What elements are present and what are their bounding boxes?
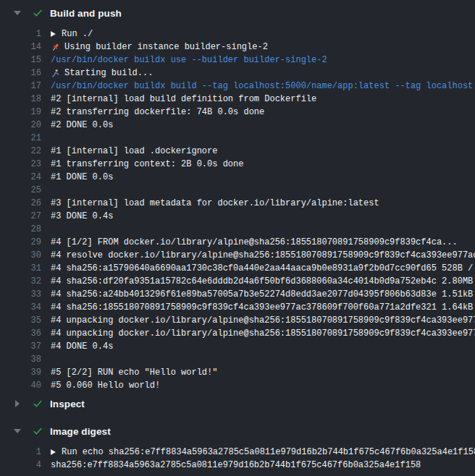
log-line: 14Using builder instance builder-single-… [0, 41, 475, 54]
log-text: #3 [internal] load metadata for docker.i… [51, 197, 379, 210]
log-text: #4 sha256:df20fa9351a15782c64e6dddb2d4a6… [51, 275, 475, 288]
log-text: #4 [1/2] FROM docker.io/library/alpine@s… [51, 236, 458, 249]
log-text: /usr/bin/docker buildx use --builder bui… [51, 54, 327, 67]
log-line: 17/usr/bin/docker buildx build --tag loc… [0, 80, 475, 93]
line-number[interactable]: 30 [0, 249, 41, 262]
line-number[interactable]: 17 [0, 80, 41, 93]
line-number[interactable]: 1 [0, 27, 41, 41]
chevron-down-icon[interactable] [13, 11, 21, 15]
check-icon [32, 398, 43, 409]
run-group-toggle-icon[interactable] [51, 449, 56, 455]
line-number[interactable]: 29 [0, 236, 41, 249]
log-text: #2 [internal] load build definition from… [51, 93, 316, 106]
log-line: 21 [0, 132, 475, 145]
log-text: #1 transferring context: 2B 0.0s done [51, 158, 243, 171]
log-line: 23#1 transferring context: 2B 0.0s done [0, 158, 475, 171]
caret-shape [15, 400, 20, 407]
run-command-text: Run ./ [51, 27, 93, 41]
chevron-right-icon[interactable] [13, 400, 21, 407]
log-line: 22#1 [internal] load .dockerignore [0, 145, 475, 158]
section-title: Build and push [50, 8, 122, 19]
line-number[interactable]: 15 [0, 54, 41, 67]
line-number[interactable]: 33 [0, 288, 41, 301]
log-line: 36#4 unpacking docker.io/library/alpine@… [0, 327, 475, 340]
section-title: Image digest [50, 426, 111, 437]
line-number[interactable]: 34 [0, 301, 41, 314]
line-number[interactable]: 23 [0, 158, 41, 171]
line-number[interactable]: 21 [0, 132, 41, 145]
log-lines-image-digest: 1Run echo sha256:e7ff8834a5963a2785c5a08… [0, 443, 475, 472]
log-line: 34#4 sha256:185518070891758909c9f839cf4c… [0, 301, 475, 314]
log-line: 39#5 [2/2] RUN echo "Hello world!" [0, 366, 475, 379]
section-title: Inspect [50, 399, 85, 409]
log-line: 24#1 DONE 0.0s [0, 171, 475, 184]
line-number[interactable]: 4 [0, 459, 41, 472]
log-text: #4 unpacking docker.io/library/alpine@sh… [51, 314, 475, 327]
line-number[interactable]: 25 [0, 184, 41, 197]
section-header-image-digest[interactable]: Image digest [0, 420, 475, 443]
section-header-inspect[interactable]: Inspect [0, 392, 475, 415]
log-text: #4 sha256:a15790640a6690aa1730c38cf0a440… [51, 262, 475, 275]
pushpin-icon [51, 43, 60, 52]
line-number[interactable]: 24 [0, 171, 41, 184]
log-line: 37#4 DONE 0.4s [0, 340, 475, 353]
log-text: #2 DONE 0.0s [51, 119, 113, 132]
run-command-text: Run echo sha256:e7ff8834a5963a2785c5a081… [51, 446, 475, 459]
log-text: #4 resolve docker.io/library/alpine@sha2… [51, 249, 475, 262]
line-number[interactable]: 36 [0, 327, 41, 340]
section-header-build-and-push[interactable]: Build and push [0, 1, 475, 25]
log-line: 33#4 sha256:a24bb4013296f61e89ba57005a7b… [0, 288, 475, 301]
log-text: Using builder instance builder-single-2 [51, 41, 268, 54]
line-number[interactable]: 18 [0, 93, 41, 106]
log-line: 30#4 resolve docker.io/library/alpine@sh… [0, 249, 475, 262]
line-number[interactable]: 40 [0, 379, 41, 392]
log-text: /usr/bin/docker buildx build --tag local… [51, 80, 475, 93]
log-line: 1Run ./ [0, 27, 475, 41]
log-text: #5 [2/2] RUN echo "Hello world!" [51, 366, 217, 379]
log-text: #3 DONE 0.4s [51, 210, 113, 223]
line-number[interactable]: 39 [0, 366, 41, 379]
runner-icon [51, 69, 60, 78]
line-number[interactable]: 16 [0, 67, 41, 80]
line-number[interactable]: 38 [0, 353, 41, 366]
log-line: 4sha256:e7ff8834a5963a2785c5a0811e979d16… [0, 459, 475, 472]
log-line: 28 [0, 223, 475, 236]
log-text: #4 sha256:a24bb4013296f61e89ba57005a7b3e… [51, 288, 475, 301]
line-number[interactable]: 32 [0, 275, 41, 288]
log-line: 16Starting build... [0, 67, 475, 80]
log-line: 29#4 [1/2] FROM docker.io/library/alpine… [0, 236, 475, 249]
log-lines-build-and-push: 1Run ./14Using builder instance builder-… [0, 25, 475, 392]
log-line: 18#2 [internal] load build definition fr… [0, 93, 475, 106]
line-number[interactable]: 26 [0, 197, 41, 210]
log-text: #4 sha256:185518070891758909c9f839cf4ca3… [51, 301, 475, 314]
line-number[interactable]: 28 [0, 223, 41, 236]
caret-shape [14, 11, 21, 15]
check-icon [32, 7, 43, 19]
line-number[interactable]: 1 [0, 446, 41, 459]
line-number[interactable]: 19 [0, 106, 41, 119]
log-line: 25 [0, 184, 475, 197]
log-line: 15/usr/bin/docker buildx use --builder b… [0, 54, 475, 67]
line-number[interactable]: 31 [0, 262, 41, 275]
line-number[interactable]: 20 [0, 119, 41, 132]
log-line: 26#3 [internal] load metadata for docker… [0, 197, 475, 210]
line-number[interactable]: 35 [0, 314, 41, 327]
line-number[interactable]: 14 [0, 41, 41, 54]
log-text: sha256:e7ff8834a5963a2785c5a0811e979d16b… [51, 459, 421, 472]
log-line: 27#3 DONE 0.4s [0, 210, 475, 223]
log-line: 38 [0, 353, 475, 366]
log-text: #5 0.060 Hello world! [51, 379, 160, 392]
log-line: 35#4 unpacking docker.io/library/alpine@… [0, 314, 475, 327]
log-text: #4 unpacking docker.io/library/alpine@sh… [51, 327, 475, 340]
line-number[interactable]: 27 [0, 210, 41, 223]
log-text: Starting build... [51, 67, 153, 80]
log-text: #1 [internal] load .dockerignore [51, 145, 217, 158]
chevron-down-icon[interactable] [13, 429, 21, 433]
log-line: 1Run echo sha256:e7ff8834a5963a2785c5a08… [0, 446, 475, 459]
log-line: 20#2 DONE 0.0s [0, 119, 475, 132]
line-number[interactable]: 37 [0, 340, 41, 353]
line-number[interactable]: 22 [0, 145, 41, 158]
run-group-toggle-icon[interactable] [51, 31, 56, 37]
log-text: #4 DONE 0.4s [51, 340, 113, 353]
log-line: 31#4 sha256:a15790640a6690aa1730c38cf0a4… [0, 262, 475, 275]
